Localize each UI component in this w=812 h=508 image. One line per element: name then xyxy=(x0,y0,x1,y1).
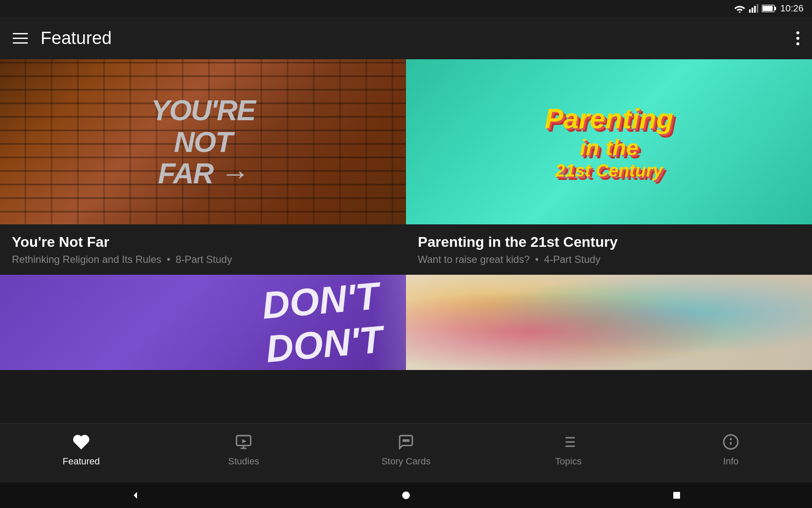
card-youre-not-far[interactable]: YOU'RENOTFAR → You're Not Far Rethinking… xyxy=(0,59,406,275)
svg-point-12 xyxy=(403,440,404,441)
svg-rect-7 xyxy=(763,6,773,11)
card-title-1: You're Not Far xyxy=(12,234,394,250)
card-subtitle-2: Want to raise great kids? • 4-Part Study xyxy=(418,254,800,265)
page-title: Featured xyxy=(41,28,112,48)
nav-item-studies[interactable]: Studies xyxy=(218,431,269,467)
card-grid: YOU'RENOTFAR → You're Not Far Rethinking… xyxy=(0,59,812,370)
card-text-overlay-1: YOU'RENOTFAR → xyxy=(151,94,255,189)
status-bar: 10:26 xyxy=(0,0,812,17)
nav-label-info: Info xyxy=(723,456,739,467)
list-icon xyxy=(558,431,579,453)
svg-point-13 xyxy=(405,440,406,441)
battery-icon xyxy=(762,4,777,13)
nav-label-story-cards: Story Cards xyxy=(381,456,431,467)
card-info-2: Parenting in the 21st Century Want to ra… xyxy=(406,224,812,275)
signal-icon xyxy=(749,4,758,13)
svg-rect-2 xyxy=(752,8,753,13)
card-abstract[interactable] xyxy=(406,275,812,370)
card-info-1: You're Not Far Rethinking Religion and I… xyxy=(0,224,406,275)
svg-marker-24 xyxy=(134,492,137,499)
nav-item-topics[interactable]: Topics xyxy=(543,431,594,467)
system-nav-bar xyxy=(0,483,812,508)
main-content: YOU'RENOTFAR → You're Not Far Rethinking… xyxy=(0,59,812,449)
card-title-2: Parenting in the 21st Century xyxy=(418,234,800,250)
status-time: 10:26 xyxy=(780,3,804,14)
nav-item-featured[interactable]: Featured xyxy=(56,431,107,467)
wifi-icon xyxy=(734,4,746,13)
abstract-art xyxy=(406,275,812,370)
card-image-4 xyxy=(406,275,812,370)
toolbar: Featured xyxy=(0,17,812,59)
nav-item-story-cards[interactable]: Story Cards xyxy=(381,431,431,467)
more-options-button[interactable] xyxy=(796,31,799,45)
svg-point-14 xyxy=(407,440,409,441)
nav-label-featured: Featured xyxy=(63,456,100,467)
svg-point-0 xyxy=(739,11,741,13)
status-icons: 10:26 xyxy=(734,3,804,14)
card-image-1: YOU'RENOTFAR → xyxy=(0,59,406,224)
card-text-overlay-2: Parenting in the 21st Century xyxy=(545,103,673,181)
info-circle-icon xyxy=(720,431,741,453)
play-screen-icon xyxy=(233,431,254,453)
card-dont[interactable]: DON'TDON'T xyxy=(0,275,406,370)
card-text-overlay-3: DON'TDON'T xyxy=(260,275,384,370)
svg-rect-26 xyxy=(673,492,680,499)
nav-label-studies: Studies xyxy=(228,456,259,467)
nav-label-topics: Topics xyxy=(555,456,582,467)
card-image-3: DON'TDON'T xyxy=(0,275,406,370)
recent-apps-button[interactable] xyxy=(668,487,685,504)
heart-icon xyxy=(71,431,92,453)
card-parenting[interactable]: Parenting in the 21st Century Parenting … xyxy=(406,59,812,275)
hamburger-menu-button[interactable] xyxy=(13,33,28,44)
back-button[interactable] xyxy=(127,487,144,504)
svg-marker-9 xyxy=(242,439,247,443)
card-subtitle-1: Rethinking Religion and Its Rules • 8-Pa… xyxy=(12,254,394,265)
svg-point-25 xyxy=(402,491,410,499)
card-image-2: Parenting in the 21st Century xyxy=(406,59,812,224)
chat-dots-icon xyxy=(395,431,417,453)
home-button[interactable] xyxy=(398,487,414,504)
toolbar-left: Featured xyxy=(13,28,112,48)
bottom-navigation: Featured Studies Story Cards xyxy=(0,423,812,483)
svg-rect-4 xyxy=(757,4,758,13)
svg-rect-1 xyxy=(749,9,751,13)
nav-item-info[interactable]: Info xyxy=(705,431,756,467)
svg-rect-6 xyxy=(774,7,776,10)
svg-rect-3 xyxy=(754,6,756,13)
